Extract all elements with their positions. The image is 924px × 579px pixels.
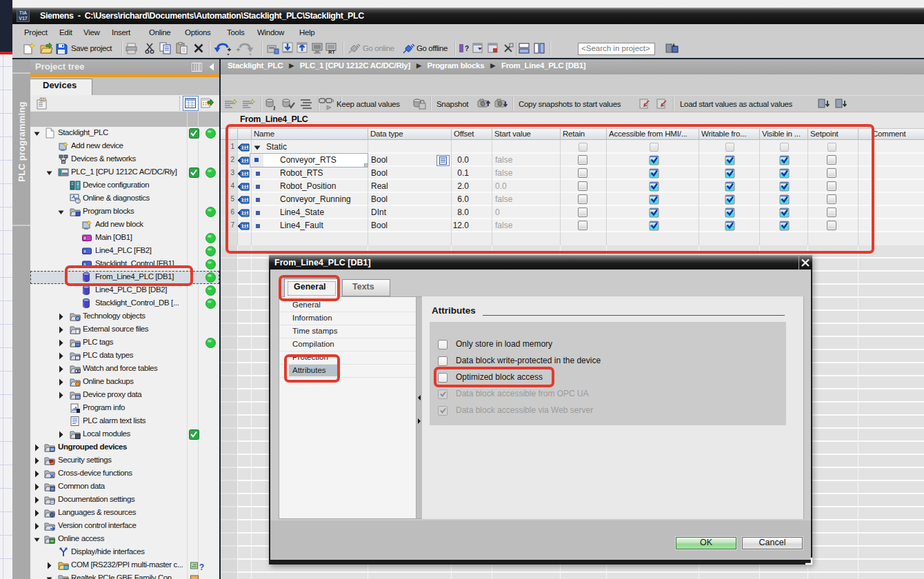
- svg-text:?: ?: [199, 562, 204, 571]
- svg-text:?: ?: [465, 45, 469, 52]
- svg-text:RT: RT: [328, 50, 335, 54]
- svg-text:?: ?: [77, 199, 79, 203]
